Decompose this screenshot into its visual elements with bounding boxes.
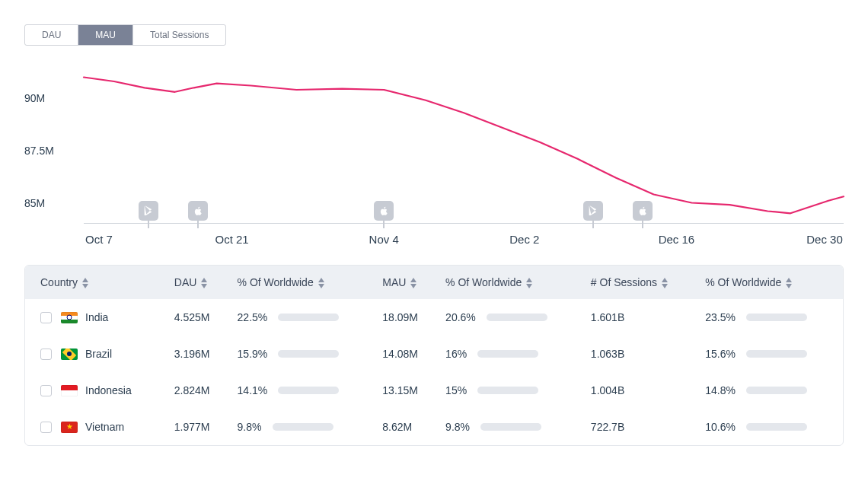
- sort-icon: [318, 278, 324, 288]
- sessions-value: 1.004B: [583, 372, 697, 409]
- pct-value: 22.5%: [238, 311, 268, 323]
- pct-bar: [480, 423, 541, 431]
- dau-value: 4.525M: [167, 299, 230, 336]
- mau-value: 14.08M: [375, 336, 438, 372]
- sessions-value: 1.063B: [583, 336, 697, 372]
- event-marker-app-store[interactable]: [374, 201, 394, 228]
- th-dau-label: DAU: [174, 276, 197, 288]
- mau-value: 18.09M: [375, 299, 438, 336]
- th-pct1-label: % Of Worldwide: [238, 276, 314, 288]
- tab-dau[interactable]: DAU: [25, 25, 78, 45]
- mau-line: [84, 78, 844, 214]
- sort-icon: [526, 278, 532, 288]
- pct-value: 9.8%: [445, 421, 470, 433]
- country-name: India: [85, 311, 108, 323]
- row-checkbox[interactable]: [40, 349, 52, 360]
- y-tick-label: 85M: [24, 197, 45, 209]
- mau-value: 8.62M: [375, 409, 438, 445]
- flag-icon: [61, 349, 78, 360]
- sessions-value: 722.7B: [583, 409, 697, 445]
- pct-bar: [477, 387, 538, 394]
- table-row: Vietnam1.977M9.8%8.62M9.8%722.7B10.6%: [25, 409, 843, 445]
- x-tick-label: Nov 4: [369, 233, 399, 246]
- event-marker-play-store[interactable]: [139, 201, 158, 228]
- table-row: Indonesia2.824M14.1%13.15M15%1.004B14.8%: [25, 372, 843, 409]
- sort-icon: [410, 278, 416, 288]
- sort-icon: [786, 278, 792, 288]
- mau-value: 13.15M: [375, 372, 438, 409]
- pct-bar: [477, 350, 538, 358]
- pct-bar: [487, 314, 547, 321]
- th-sessions[interactable]: # Of Sessions: [583, 266, 697, 299]
- y-tick-label: 90M: [24, 92, 45, 104]
- pct-bar: [746, 314, 807, 321]
- th-mau[interactable]: MAU: [375, 266, 438, 299]
- x-tick-label: Oct 7: [85, 233, 113, 246]
- pct-bar: [746, 423, 807, 431]
- metric-tabs: DAU MAU Total Sessions: [24, 24, 226, 46]
- row-checkbox[interactable]: [40, 385, 52, 396]
- country-table: Country DAU % Of Worldwide MAU % Of Worl…: [24, 265, 844, 446]
- x-tick-label: Dec 2: [509, 233, 539, 246]
- th-dau[interactable]: DAU: [167, 266, 230, 299]
- sort-icon: [201, 278, 207, 288]
- row-checkbox[interactable]: [40, 422, 52, 433]
- pct-bar: [746, 387, 807, 394]
- pct-value: 15.9%: [238, 348, 268, 360]
- th-pct-worldwide-mau[interactable]: % Of Worldwide: [438, 266, 583, 299]
- th-sessions-label: # Of Sessions: [591, 276, 657, 288]
- pct-bar: [273, 423, 333, 431]
- pct-bar: [278, 314, 339, 321]
- y-tick-label: 87.5M: [24, 145, 54, 157]
- sessions-value: 1.601B: [583, 299, 697, 336]
- pct-bar: [278, 387, 339, 394]
- country-name: Brazil: [85, 348, 112, 360]
- table-row: India4.525M22.5%18.09M20.6%1.601B23.5%: [25, 299, 843, 336]
- google-play-icon: [139, 201, 158, 221]
- sort-icon: [82, 278, 88, 288]
- pct-value: 14.1%: [238, 384, 268, 396]
- pct-bar: [278, 350, 339, 358]
- x-tick-label: Oct 21: [215, 233, 249, 246]
- apple-icon: [633, 201, 653, 221]
- pct-value: 15%: [445, 384, 467, 396]
- apple-icon: [188, 201, 208, 221]
- event-marker-app-store[interactable]: [188, 201, 208, 228]
- pct-value: 20.6%: [445, 311, 476, 323]
- flag-icon: [61, 385, 78, 396]
- th-country[interactable]: Country: [25, 266, 167, 299]
- flag-icon: [61, 312, 78, 323]
- pct-value: 16%: [445, 348, 467, 360]
- x-tick-label: Dec 16: [659, 233, 695, 246]
- dau-value: 2.824M: [167, 372, 230, 409]
- th-pct2-label: % Of Worldwide: [445, 276, 522, 288]
- country-name: Vietnam: [85, 421, 124, 433]
- dau-value: 3.196M: [167, 336, 230, 372]
- th-pct3-label: % Of Worldwide: [705, 276, 781, 288]
- th-pct-worldwide-dau[interactable]: % Of Worldwide: [230, 266, 375, 299]
- mau-chart: 85M87.5M90M Oct 7Oct 21Nov 4Dec 2Dec 16D…: [24, 56, 844, 254]
- table-row: Brazil3.196M15.9%14.08M16%1.063B15.6%: [25, 336, 843, 372]
- pct-value: 10.6%: [705, 421, 736, 433]
- flag-icon: [61, 422, 78, 433]
- row-checkbox[interactable]: [40, 312, 52, 323]
- th-mau-label: MAU: [382, 276, 406, 288]
- pct-value: 9.8%: [238, 421, 262, 433]
- th-country-label: Country: [40, 276, 78, 288]
- tab-total-sessions[interactable]: Total Sessions: [133, 25, 225, 45]
- event-marker-app-store[interactable]: [633, 201, 653, 228]
- country-name: Indonesia: [85, 384, 132, 396]
- apple-icon: [374, 201, 394, 221]
- sort-icon: [662, 278, 668, 288]
- pct-value: 15.6%: [705, 348, 736, 360]
- tab-mau[interactable]: MAU: [78, 25, 133, 45]
- event-marker-play-store[interactable]: [583, 201, 603, 228]
- th-pct-worldwide-sessions[interactable]: % Of Worldwide: [697, 266, 843, 299]
- pct-value: 23.5%: [705, 311, 736, 323]
- x-tick-label: Dec 30: [806, 233, 843, 246]
- dau-value: 1.977M: [167, 409, 230, 445]
- pct-bar: [746, 350, 807, 358]
- google-play-icon: [583, 201, 603, 221]
- pct-value: 14.8%: [705, 384, 736, 396]
